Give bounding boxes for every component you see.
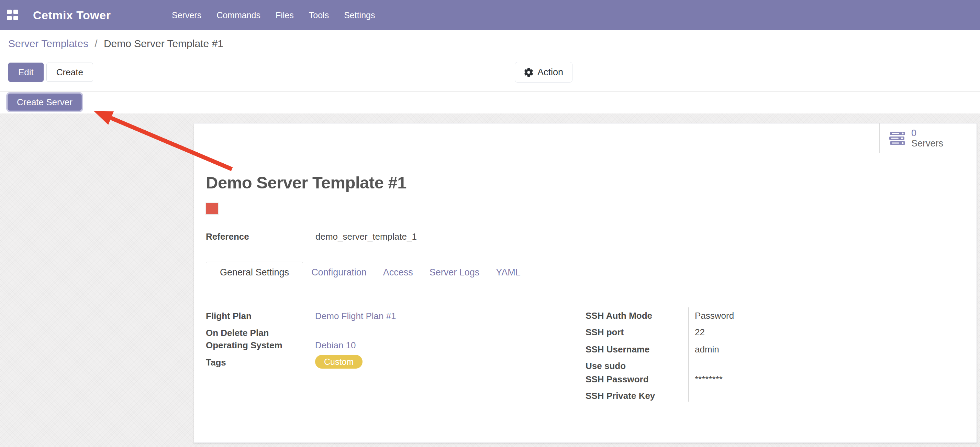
edit-button[interactable]: Edit xyxy=(8,62,44,82)
nav-item-settings[interactable]: Settings xyxy=(344,10,375,20)
tab-server-logs[interactable]: Server Logs xyxy=(421,262,488,283)
create-button[interactable]: Create xyxy=(46,62,93,82)
brand-title: Cetmix Tower xyxy=(33,9,111,22)
tab-general-settings[interactable]: General Settings xyxy=(206,262,303,283)
servers-stat-button[interactable]: 0 Servers xyxy=(879,123,977,153)
reference-value: demo_server_template_1 xyxy=(315,231,417,242)
tab-configuration[interactable]: Configuration xyxy=(303,262,375,283)
record-color-swatch[interactable] xyxy=(205,203,218,215)
reference-separator xyxy=(309,227,309,246)
tag-custom[interactable]: Custom xyxy=(315,355,363,369)
ssh-port-value: 22 xyxy=(695,327,705,338)
breadcrumb-current: Demo Server Template #1 xyxy=(104,38,223,49)
nav-item-commands[interactable]: Commands xyxy=(216,10,261,20)
ssh-password-value: ******** xyxy=(695,374,722,385)
record-card: 0 Servers Demo Server Template #1 Refere… xyxy=(194,123,977,443)
reference-label: Reference xyxy=(206,231,249,242)
ssh-username-value: admin xyxy=(695,344,719,355)
flight-plan-label: Flight Plan xyxy=(206,311,251,321)
nav-item-servers[interactable]: Servers xyxy=(172,10,201,20)
create-server-button[interactable]: Create Server xyxy=(8,94,82,111)
record-title: Demo Server Template #1 xyxy=(206,173,407,192)
ssh-username-label: SSH Username xyxy=(585,344,649,355)
breadcrumb: Server Templates / Demo Server Template … xyxy=(8,38,223,49)
action-button-label: Action xyxy=(538,67,563,78)
stat-button-row: 0 Servers xyxy=(194,123,977,153)
use-sudo-label: Use sudo xyxy=(585,361,626,371)
ssh-private-key-label: SSH Private Key xyxy=(585,391,655,401)
tab-access[interactable]: Access xyxy=(375,262,421,283)
tags-label: Tags xyxy=(206,357,226,368)
ssh-password-label: SSH Password xyxy=(585,374,649,385)
breadcrumb-separator: / xyxy=(94,38,97,49)
nav-item-files[interactable]: Files xyxy=(275,10,294,20)
control-panel: Server Templates / Demo Server Template … xyxy=(0,30,980,91)
servers-stat-label: Servers xyxy=(911,138,943,148)
ssh-auth-mode-value: Password xyxy=(695,310,734,321)
top-navbar: Cetmix Tower Servers Commands Files Tool… xyxy=(0,0,980,30)
on-delete-plan-label: On Delete Plan xyxy=(206,328,269,338)
action-button[interactable]: Action xyxy=(515,62,573,83)
tab-yaml[interactable]: YAML xyxy=(488,262,529,283)
secondary-action-row: Create Server xyxy=(0,91,980,113)
servers-count: 0 xyxy=(911,128,943,138)
server-stack-icon xyxy=(889,131,906,145)
breadcrumb-parent-link[interactable]: Server Templates xyxy=(8,38,88,49)
field-column-right: SSH Auth Mode Password SSH port 22 SSH U… xyxy=(585,307,964,407)
gear-icon xyxy=(524,68,533,77)
navbar-menu: Servers Commands Files Tools Settings xyxy=(172,10,375,20)
field-column-left: Flight Plan Demo Flight Plan #1 On Delet… xyxy=(206,307,570,380)
notebook-tabs: General Settings Configuration Access Se… xyxy=(206,262,966,283)
stat-row-separator xyxy=(826,123,826,153)
apps-grid-icon[interactable] xyxy=(7,10,19,21)
ssh-port-label: SSH port xyxy=(585,327,624,338)
operating-system-value[interactable]: Debian 10 xyxy=(315,340,356,351)
flight-plan-value[interactable]: Demo Flight Plan #1 xyxy=(315,311,396,321)
nav-item-tools[interactable]: Tools xyxy=(309,10,329,20)
ssh-auth-mode-label: SSH Auth Mode xyxy=(585,310,652,321)
operating-system-label: Operating System xyxy=(206,340,282,351)
